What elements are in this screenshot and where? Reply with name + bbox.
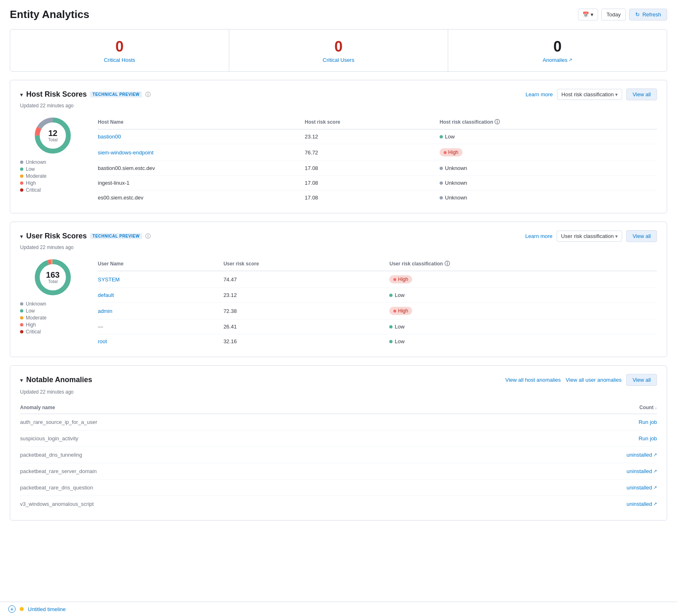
user-risk-collapse-icon[interactable]: ▾ [20,233,23,240]
user-col-info-icon[interactable]: ⓘ [445,260,450,267]
table-row: root 32.16 Low [98,334,657,349]
user-name-cell: SYSTEM [98,271,223,288]
col-host-score: Host risk score [305,115,440,129]
host-risk-classification-dropdown[interactable]: Host risk classification ▾ [557,89,623,100]
user-risk-donut: 163 Total [32,257,73,298]
table-row: default 23.12 Low [98,288,657,303]
timeline-label[interactable]: Untitled timeline [28,606,66,612]
calendar-chevron: ▾ [591,11,594,18]
today-button[interactable]: Today [601,9,626,20]
host-risk-header-left: ▾ Host Risk Scores TECHNICAL PREVIEW ⓘ [20,90,151,99]
timeline-status-dot [20,607,24,611]
user-name-cell: root [98,334,223,349]
user-risk-content: 163 Total Unknown Low Moderat [20,257,657,349]
host-name-link[interactable]: siem-windows-endpoint [98,149,153,156]
host-name-cell: bastion00.siem.estc.dev [98,161,305,176]
host-classification-cell: High [440,144,657,161]
host-name-cell: bastion00 [98,129,305,144]
table-row: bastion00 23.12 Low [98,129,657,144]
col-host-classification: Host risk classification ⓘ [440,115,657,129]
uninstalled-link[interactable]: uninstalled ↗ [627,468,657,474]
user-table-header-row: User Name User risk score User risk clas… [98,257,657,271]
host-risk-header: ▾ Host Risk Scores TECHNICAL PREVIEW ⓘ L… [20,88,657,100]
run-job-link[interactable]: Run job [639,435,657,442]
host-risk-updated: Updated 22 minutes ago [20,103,657,109]
user-risk-panel: ▾ User Risk Scores TECHNICAL PREVIEW ⓘ L… [10,222,667,357]
col-host-name: Host Name [98,115,305,129]
host-risk-collapse-icon[interactable]: ▾ [20,91,23,98]
user-risk-classification-dropdown[interactable]: User risk classification ▾ [557,231,623,242]
uninstalled-link[interactable]: uninstalled ↗ [627,485,657,491]
host-name-cell: es00.siem.estc.dev [98,190,305,205]
view-all-host-anomalies[interactable]: View all host anomalies [505,377,561,383]
user-legend-moderate: Moderate [20,315,86,321]
legend-low: Low [20,166,86,172]
col-info-icon[interactable]: ⓘ [494,119,500,125]
add-timeline-icon[interactable]: + [8,605,16,613]
host-score-cell: 17.08 [305,176,440,190]
col-user-score: User risk score [223,257,390,271]
user-name-link[interactable]: default [98,292,114,298]
anomaly-action-cell: Run job [477,430,657,447]
external-icon: ↗ [653,485,657,490]
host-classification-cell: Unknown [440,161,657,176]
uninstalled-link[interactable]: uninstalled ↗ [627,501,657,507]
critical-hosts-count: 0 [18,38,221,55]
anomaly-action-cell: uninstalled ↗ [477,480,657,496]
external-link-icon: ↗ [569,57,572,63]
host-risk-view-all[interactable]: View all [626,88,657,100]
list-item: suspicious_login_activity Run job [20,430,657,447]
legend-critical: Critical [20,187,86,193]
host-classification-cell: Low [440,129,657,144]
user-classification-cell: High [389,303,657,319]
anomaly-action-cell: Run job [477,414,657,430]
footer-bar: + Untitled timeline [0,602,677,616]
user-risk-badge: TECHNICAL PREVIEW [90,233,142,239]
user-risk-view-all[interactable]: View all [626,230,657,242]
user-dropdown-chevron: ▾ [615,233,618,239]
host-risk-donut: 12 Total [32,115,73,156]
anomalies-collapse-icon[interactable]: ▾ [20,377,23,383]
user-risk-info-icon[interactable]: ⓘ [145,233,151,240]
run-job-link[interactable]: Run job [639,419,657,425]
anomalies-header-row: ▾ Notable Anomalies View all host anomal… [20,374,657,386]
list-item: v3_windows_anomalous_script uninstalled … [20,496,657,512]
user-risk-learn-more[interactable]: Learn more [525,233,552,239]
user-donut-label: 163 Total [46,271,59,284]
anomalies-view-all[interactable]: View all [626,374,657,386]
refresh-button[interactable]: ↻ Refresh [629,9,667,20]
legend-high: High [20,180,86,186]
page-title: Entity Analytics [10,8,89,21]
critical-hosts-label[interactable]: Critical Hosts [104,57,135,63]
user-classification-cell: Low [389,334,657,349]
col-anomaly-name: Anomaly name [20,401,477,414]
user-name-link[interactable]: SYSTEM [98,276,120,283]
host-risk-badge: TECHNICAL PREVIEW [90,91,142,97]
user-risk-legend: Unknown Low Moderate High [20,301,86,335]
user-name-cell: — [98,319,223,334]
host-risk-header-right: Learn more Host risk classification ▾ Vi… [526,88,657,100]
host-risk-learn-more[interactable]: Learn more [526,91,553,97]
anomalies-label[interactable]: Anomalies ↗ [543,57,573,63]
host-name-link[interactable]: bastion00 [98,134,121,140]
user-name-link[interactable]: root [98,338,107,344]
calendar-button[interactable]: 📅 ▾ [578,9,598,20]
uninstalled-link[interactable]: uninstalled ↗ [627,452,657,458]
anomaly-action-cell: uninstalled ↗ [477,463,657,480]
host-score-cell: 76.72 [305,144,440,161]
anomaly-action-cell: uninstalled ↗ [477,447,657,463]
host-risk-table: Host Name Host risk score Host risk clas… [98,115,657,205]
anomaly-name-cell: v3_windows_anomalous_script [20,496,477,512]
host-risk-info-icon[interactable]: ⓘ [145,91,151,98]
host-score-cell: 17.08 [305,190,440,205]
user-name-link[interactable]: admin [98,308,112,314]
host-risk-panel: ▾ Host Risk Scores TECHNICAL PREVIEW ⓘ L… [10,80,667,213]
anomaly-action-cell: uninstalled ↗ [477,496,657,512]
user-score-cell: 23.12 [223,288,390,303]
host-risk-table-section: Host Name Host risk score Host risk clas… [98,115,657,205]
user-risk-header: ▾ User Risk Scores TECHNICAL PREVIEW ⓘ L… [20,230,657,242]
critical-users-label[interactable]: Critical Users [323,57,354,63]
user-score-cell: 32.16 [223,334,390,349]
host-risk-title: Host Risk Scores [26,90,87,99]
view-all-user-anomalies[interactable]: View all user anomalies [566,377,621,383]
